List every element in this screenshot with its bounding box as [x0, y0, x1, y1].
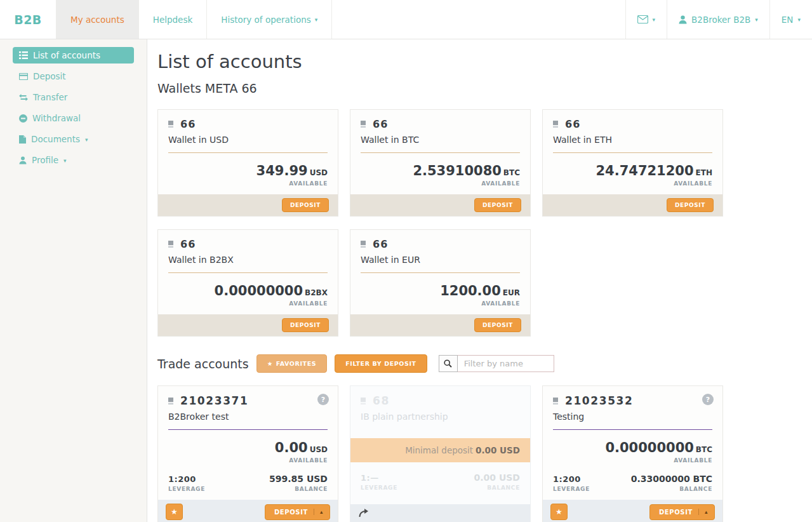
sidebar-item-label: List of accounts	[33, 50, 100, 60]
deposit-button[interactable]: DEPOSIT	[474, 318, 521, 332]
trade-accounts-header: Trade accounts ★ FAVORITES FILTER BY DEP…	[157, 354, 812, 373]
wallet-account-number: 66	[180, 118, 196, 130]
sidebar-item-label: Profile	[32, 155, 58, 165]
wallet-account-number: 66	[565, 118, 581, 130]
leverage-label: LEVERAGE	[168, 486, 205, 492]
leverage-label: LEVERAGE	[361, 485, 397, 491]
wallet-card: 66 Wallet in ETH 24.74721200ETH AVAILABL…	[542, 109, 723, 217]
deposit-button[interactable]: DEPOSIT	[282, 198, 329, 212]
wallet-currency: USD	[310, 168, 328, 177]
sidebar-item-profile[interactable]: Profile ▾	[13, 152, 134, 168]
balance-label: BALANCE	[631, 486, 712, 492]
balance-value: 599.85 USD	[269, 474, 328, 484]
user-menu[interactable]: B2Broker B2B ▾	[667, 0, 769, 39]
filter-by-name-input[interactable]	[458, 355, 554, 372]
chevron-up-icon[interactable]: ▴	[314, 509, 323, 515]
wallet-name: Wallet in USD	[168, 135, 328, 145]
chevron-down-icon: ▾	[797, 17, 801, 23]
wallet-card: 66 Wallet in USD 349.99USD AVAILABLE DEP…	[157, 109, 338, 217]
chevron-down-icon: ▾	[755, 17, 758, 23]
user-icon	[679, 15, 687, 24]
wallet-account-icon	[553, 121, 558, 128]
leverage-label: LEVERAGE	[553, 486, 590, 492]
deposit-button[interactable]: DEPOSIT	[474, 198, 521, 212]
sidebar-item-deposit[interactable]: Deposit	[13, 68, 134, 84]
wallet-account-number: 66	[373, 118, 389, 130]
brand-logo[interactable]: B2B	[0, 0, 56, 39]
star-icon: ★	[267, 360, 273, 367]
trade-account-card: ? 21023532 Testing 0.00000000BTC AVAILAB…	[542, 385, 723, 522]
main-content: List of accounts Wallets META 66 66 Wall…	[147, 39, 812, 522]
trade-account-number: 21023371	[180, 394, 248, 407]
minus-circle-icon	[19, 114, 27, 123]
share-icon[interactable]	[358, 508, 369, 520]
wallet-card: 66 Wallet in EUR 1200.00EUR AVAILABLE DE…	[350, 229, 531, 337]
navbar: B2B My accounts Helpdesk History of oper…	[0, 0, 812, 39]
deposit-button[interactable]: DEPOSIT	[282, 318, 329, 332]
document-icon	[19, 135, 26, 144]
deposit-button[interactable]: DEPOSIT	[667, 198, 714, 212]
chevron-down-icon: ▾	[315, 17, 318, 23]
sidebar-item-withdrawal[interactable]: Withdrawal	[13, 110, 134, 126]
messages-menu[interactable]: ▾	[625, 0, 667, 39]
wallet-amount: 24.74721200	[596, 163, 693, 178]
favorite-star-button[interactable]: ★	[550, 504, 568, 520]
trade-available-amount: 0.00	[275, 440, 308, 455]
balance-label: BALANCE	[269, 486, 328, 492]
trade-account-name: Testing	[553, 412, 712, 422]
favorites-filter-button[interactable]: ★ FAVORITES	[256, 354, 328, 373]
trade-available-currency: BTC	[696, 445, 712, 454]
sidebar-item-label: Documents	[31, 134, 80, 144]
wallet-cards-row-1: 66 Wallet in USD 349.99USD AVAILABLE DEP…	[157, 109, 812, 217]
sidebar-item-documents[interactable]: Documents ▾	[13, 131, 134, 147]
filter-by-deposit-button[interactable]: FILTER BY DEPOSIT	[335, 354, 427, 373]
tab-helpdesk[interactable]: Helpdesk	[138, 0, 207, 39]
available-label: AVAILABLE	[168, 300, 328, 307]
leverage-value: 1:200	[168, 474, 205, 484]
name-filter	[439, 355, 554, 372]
deposit-split-button[interactable]: DEPOSIT ▴	[265, 504, 330, 520]
deposit-label: DEPOSIT	[274, 509, 308, 516]
tab-my-accounts[interactable]: My accounts	[56, 0, 138, 39]
tab-label: My accounts	[70, 15, 124, 25]
available-label: AVAILABLE	[361, 300, 520, 307]
tab-history-of-operations[interactable]: History of operations ▾	[206, 0, 332, 39]
language-menu[interactable]: EN ▾	[769, 0, 812, 39]
trade-available-amount: 0.00000000	[605, 440, 693, 455]
wallet-amount: 2.53910080	[413, 163, 501, 178]
sidebar-item-transfer[interactable]: Transfer	[13, 89, 134, 105]
user-icon	[19, 156, 27, 164]
available-label: AVAILABLE	[168, 180, 328, 187]
wallet-currency: BTC	[503, 168, 520, 177]
trade-account-card: ? 21023371 B2Broker test 0.00USD AVAILAB…	[157, 385, 338, 522]
balance-value: 0.00 USD	[474, 472, 521, 483]
list-icon	[19, 51, 28, 59]
trade-available-currency: USD	[310, 445, 328, 454]
user-name: B2Broker B2B	[691, 15, 750, 25]
deposit-split-button[interactable]: DEPOSIT ▴	[649, 504, 715, 520]
sidebar-item-list-of-accounts[interactable]: List of accounts	[13, 47, 134, 64]
search-icon[interactable]	[439, 355, 458, 372]
trade-account-icon	[361, 398, 366, 405]
language-label: EN	[782, 15, 794, 25]
favorite-star-button[interactable]: ★	[166, 504, 183, 520]
available-label: AVAILABLE	[553, 180, 712, 187]
help-icon[interactable]: ?	[702, 394, 714, 405]
wallet-amount: 349.99	[256, 163, 308, 178]
wallet-account-icon	[168, 241, 173, 248]
trade-cards-row: ? 21023371 B2Broker test 0.00USD AVAILAB…	[157, 385, 812, 522]
sidebar-item-label: Withdrawal	[32, 113, 81, 123]
leverage-value: 1:200	[553, 474, 590, 484]
wallet-card: 66 Wallet in BTC 2.53910080BTC AVAILABLE…	[350, 109, 531, 217]
minimal-deposit-value: 0.00 USD	[476, 445, 520, 455]
wallet-account-icon	[361, 121, 366, 128]
chevron-up-icon[interactable]: ▴	[698, 509, 708, 515]
chevron-down-icon: ▾	[85, 137, 88, 143]
wallet-name: Wallet in EUR	[361, 255, 520, 265]
wallet-account-number: 66	[373, 238, 389, 250]
favorites-label: FAVORITES	[276, 360, 316, 367]
wallet-account-icon	[168, 121, 173, 128]
wallet-currency: B2BX	[305, 288, 328, 297]
available-label: AVAILABLE	[168, 457, 328, 464]
help-icon[interactable]: ?	[317, 394, 329, 405]
